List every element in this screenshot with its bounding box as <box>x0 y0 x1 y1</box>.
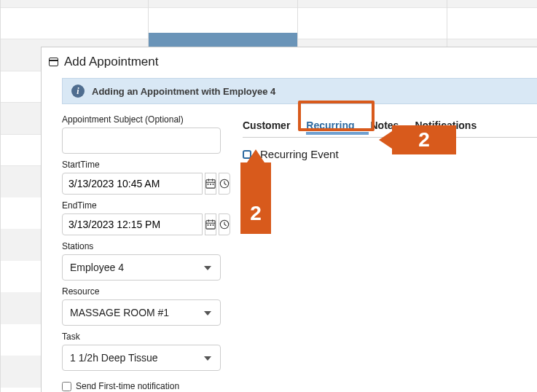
start-date-picker-button[interactable] <box>205 173 216 195</box>
task-value: 1 1/2h Deep Tissue <box>70 352 158 364</box>
list-icon[interactable] <box>212 333 221 340</box>
recurring-event-row: Recurring Event <box>243 148 537 160</box>
info-icon: i <box>71 85 85 98</box>
form-right-column: Customer Recurring Notes Notifications R… <box>243 109 537 392</box>
list-icon[interactable] <box>212 288 221 295</box>
calendar-icon <box>205 219 216 230</box>
calendar-selected-slot[interactable] <box>149 33 297 47</box>
svg-line-19 <box>224 224 227 226</box>
svg-rect-6 <box>213 184 214 185</box>
list-icon[interactable] <box>212 243 221 250</box>
tab-customer[interactable]: Customer <box>243 119 290 137</box>
resource-value: MASSAGE ROOM #1 <box>70 307 169 318</box>
end-time-label: EndTime <box>62 200 221 211</box>
stations-value: Employee 4 <box>70 262 124 273</box>
resource-select[interactable]: MASSAGE ROOM #1 <box>62 299 221 326</box>
first-time-checkbox[interactable] <box>62 382 71 391</box>
task-label: Task <box>62 332 221 342</box>
end-time-input[interactable] <box>62 213 203 235</box>
info-banner-text: Adding an Appointment with Employee 4 <box>92 86 275 97</box>
form-left-column: Appointment Subject (Optional) StartTime… <box>62 109 221 392</box>
clock-icon <box>219 179 230 189</box>
task-select[interactable]: 1 1/2h Deep Tissue <box>62 345 221 371</box>
first-time-label: Send First-time notification <box>76 381 179 391</box>
info-banner: i Adding an Appointment with Employee 4 <box>62 78 537 104</box>
svg-rect-5 <box>210 184 211 185</box>
stations-label: Stations <box>62 241 221 251</box>
clock-icon <box>219 219 230 230</box>
tab-active-underline <box>306 132 369 135</box>
svg-rect-4 <box>208 184 209 185</box>
subject-input[interactable] <box>62 128 221 154</box>
end-time-picker-button[interactable] <box>219 213 230 235</box>
add-appointment-modal: Add Appointment i Adding an Appointment … <box>41 47 537 392</box>
svg-rect-14 <box>208 224 209 226</box>
end-date-picker-button[interactable] <box>205 213 216 235</box>
start-time-input[interactable] <box>62 173 203 195</box>
resource-label: Resource <box>62 286 221 297</box>
svg-rect-16 <box>213 224 214 226</box>
recurring-event-label: Recurring Event <box>260 148 339 160</box>
subject-label: Appointment Subject (Optional) <box>62 114 221 125</box>
stations-select[interactable]: Employee 4 <box>62 254 221 281</box>
modal-header: Add Appointment <box>42 47 537 78</box>
start-time-label: StartTime <box>62 160 221 170</box>
svg-rect-15 <box>210 224 211 226</box>
window-icon <box>49 58 58 66</box>
svg-line-9 <box>224 184 227 185</box>
calendar-icon <box>205 179 216 189</box>
callout-step-below: 2 <box>240 162 271 234</box>
callout-step-right: 2 <box>392 125 456 154</box>
modal-title-text: Add Appointment <box>64 55 158 69</box>
start-time-picker-button[interactable] <box>219 173 230 195</box>
